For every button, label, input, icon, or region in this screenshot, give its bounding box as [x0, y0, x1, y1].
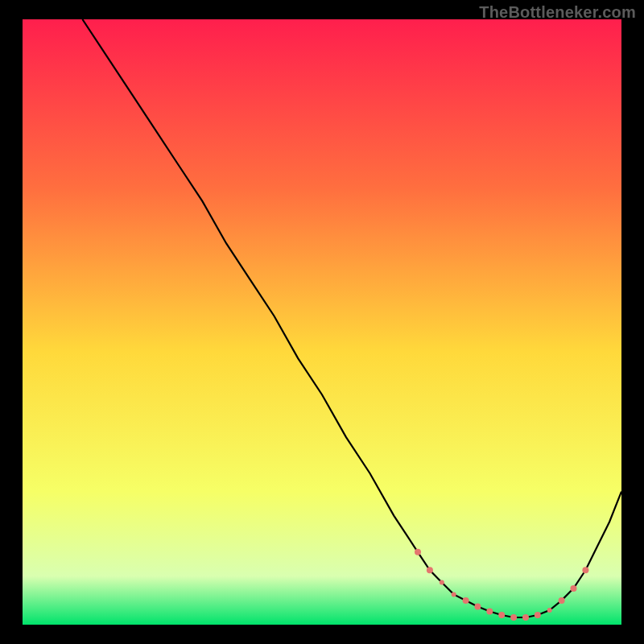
curve-marker [427, 567, 433, 573]
curve-marker [440, 580, 444, 584]
curve-marker [510, 614, 517, 621]
curve-marker [486, 609, 493, 615]
chart-frame [23, 19, 621, 625]
curve-marker [415, 549, 421, 555]
curve-marker [582, 567, 588, 573]
curve-marker [559, 597, 565, 604]
curve-marker [463, 597, 469, 604]
gradient-background [23, 19, 621, 625]
curve-marker [474, 603, 481, 609]
curve-marker [522, 614, 529, 621]
curve-marker [535, 612, 541, 618]
watermark-text: TheBottleneker.com [479, 3, 636, 22]
curve-marker [547, 608, 552, 613]
curve-marker [452, 592, 456, 597]
bottleneck-chart [23, 19, 621, 625]
curve-marker [571, 585, 577, 592]
curve-marker [498, 612, 505, 618]
